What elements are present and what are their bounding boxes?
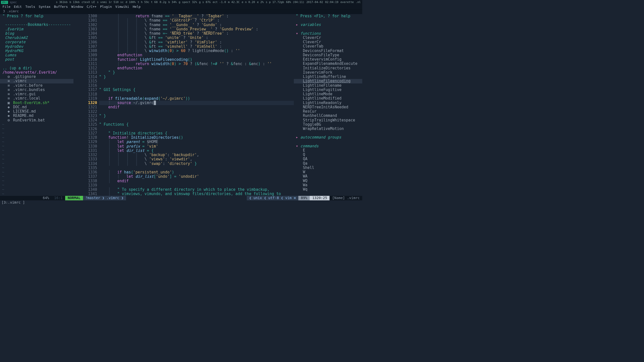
sl-encoding: ❮ unix ❮ utf-8 ❮ vim ≡ (247, 196, 298, 200)
file-item[interactable]: ⚙.gitignore (0, 75, 73, 79)
outline-item[interactable]: CleverTab (294, 44, 362, 49)
outline-item[interactable]: CleverCr (294, 40, 362, 44)
outline-item[interactable]: EditevervimConfig (294, 57, 362, 62)
bookmark[interactable]: HydroDev (0, 44, 73, 49)
outline-item[interactable]: LightlineFilename (294, 83, 362, 88)
outline-item[interactable]: LightlineMode (294, 92, 362, 96)
menu-edit[interactable]: Edit (14, 5, 22, 9)
sl-tagbar-name: [Name] .vimrc (330, 196, 362, 200)
menu-help[interactable]: Help (133, 5, 140, 9)
tabbar[interactable]: 3 .vimrc (0, 10, 362, 14)
outline-item[interactable]: ResCur (294, 109, 362, 114)
titlebar-status: s 361kbb 13kbctexX LEs vnmi 1r 510 scd 1… (56, 1, 362, 4)
menu-file[interactable]: File (3, 5, 10, 9)
outline-item[interactable]: WrapRelativeMotion (294, 127, 362, 131)
file-item[interactable]: ◆README.md (0, 114, 73, 118)
sl-sidebar-pos: 16:1 (52, 196, 65, 200)
file-item[interactable]: ⚙RunEverVim.bat (0, 118, 73, 122)
outline-item[interactable]: Qa (294, 161, 362, 166)
statusline: 64% 16:1 NORMAL ᚠmaster ❯ .vimrc ❯ ❮ uni… (0, 196, 362, 200)
outline-item[interactable]: WQ (294, 179, 362, 183)
outline-item[interactable]: DeviconsFileType (294, 53, 362, 57)
tagbar-outline[interactable]: " Press <F1>, ? for help variablesfuncti… (294, 14, 362, 196)
bookmark[interactable]: Lumos (0, 53, 73, 57)
menu-c/c++[interactable]: C/C++ (87, 5, 97, 9)
outline-item[interactable]: LightlineModified (294, 96, 362, 101)
workspace-badge: 2n: (1, 1, 8, 4)
outline-item[interactable]: ToggleBG (294, 122, 362, 127)
outline-item[interactable]: CleverCr (294, 36, 362, 40)
menu-plugin[interactable]: Plugin (100, 5, 112, 9)
sl-mode: NORMAL (65, 196, 83, 200)
outline-item[interactable]: ExpandFilenameAndExecute (294, 62, 362, 66)
outline-item[interactable]: Wa (294, 183, 362, 187)
menu-vimwiki[interactable]: Vimwiki (115, 5, 129, 9)
menu-window[interactable]: Window (71, 5, 83, 9)
outline-item[interactable]: IsevervimFork (294, 70, 362, 75)
file-item[interactable]: ≡.vimrc.bundles (0, 88, 73, 92)
outline-item[interactable]: Shell (294, 166, 362, 170)
editor[interactable]: 1300130113021303130413051306130713081309… (73, 14, 294, 196)
menubar[interactable]: FileEditToolsSyntaxBuffersWindowC/C++Plu… (0, 5, 362, 10)
bookmark[interactable]: post (0, 57, 73, 62)
file-item[interactable]: ≡.vimrc.before (0, 83, 73, 88)
file-item[interactable]: ▣Boot-EverVim.sh* (0, 101, 73, 105)
cwd[interactable]: /home/everette/.EverVim/ (0, 70, 73, 75)
menu-tools[interactable]: Tools (25, 5, 35, 9)
outline-group[interactable]: variables (294, 23, 362, 27)
outline-item[interactable]: QA (294, 157, 362, 161)
file-item[interactable]: ≡.vimrc (0, 79, 73, 83)
outline-group[interactable]: commands (294, 144, 362, 148)
outline-item[interactable]: E (294, 148, 362, 153)
outline-item[interactable]: LightlineReadonly (294, 101, 362, 105)
outline-item[interactable]: Q (294, 153, 362, 157)
outline-group[interactable]: functions (294, 31, 362, 36)
file-item[interactable]: ≡.vimrc.local (0, 96, 73, 101)
outline-item[interactable]: LightlineBufferline (294, 75, 362, 79)
outline-item[interactable]: RunShellCommand (294, 114, 362, 118)
sl-sidebar-percent: 64% (40, 196, 52, 200)
bookmark[interactable]: .EverVim (0, 27, 73, 31)
sl-percent: 89% (298, 196, 310, 200)
outline-item[interactable]: WA (294, 174, 362, 178)
bookmark[interactable]: CherubimAI (0, 36, 73, 40)
gutter: 1300130113021303130413051306130713081309… (73, 14, 99, 196)
bookmark[interactable]: corporate (0, 40, 73, 44)
outline-item[interactable]: Wq (294, 187, 362, 192)
outline-item[interactable]: InitializeDirectories (294, 66, 362, 70)
sl-branch: ᚠmaster ❯ .vimrc ❯ (83, 196, 126, 200)
up-dir[interactable]: .. (up a dir) (0, 66, 73, 70)
titlebar: 2n: spec s 361kbb 13kbctexX LEs vnmi 1r … (0, 0, 362, 5)
sl-position: 1320:25 (310, 196, 330, 200)
tab[interactable]: 3 .vimrc (1, 10, 21, 14)
outline-item[interactable]: LightlineFileencoding (294, 79, 362, 83)
file-item[interactable]: ◆LICENSE.md (0, 109, 73, 114)
outline-item[interactable]: NERDTreeInitAsNeeded (294, 105, 362, 109)
bookmarks-header: ----------Bookmarks---------- (0, 23, 73, 27)
outline-item[interactable]: StripTrailingWhitespace (294, 118, 362, 122)
outline-help: " Press <F1>, ? for help (294, 14, 362, 18)
outline-group[interactable]: autocommand groups (294, 135, 362, 140)
nerdtree-sidebar[interactable]: " Press ? for help ----------Bookmarks--… (0, 14, 73, 196)
menu-syntax[interactable]: Syntax (39, 5, 51, 9)
file-item[interactable]: ≡.vimrc.gui (0, 92, 73, 96)
bookmark[interactable]: blog (0, 31, 73, 36)
code[interactable]: │ return fname == '__Tagbar__' ? 'Tagbar… (99, 14, 294, 196)
outline-item[interactable]: DeviconsFileFormat (294, 49, 362, 53)
outline-item[interactable]: W (294, 170, 362, 174)
bookmark[interactable]: HydroPKG (0, 49, 73, 53)
file-item[interactable]: ◆DOC.md (0, 105, 73, 109)
outline-item[interactable]: LightlineFugitive (294, 88, 362, 92)
sidebar-help: " Press ? for help (0, 14, 73, 18)
cmdline[interactable]: [3:.vimrc ] (0, 200, 362, 205)
window-title: spec (10, 1, 17, 4)
menu-buffers[interactable]: Buffers (54, 5, 68, 9)
